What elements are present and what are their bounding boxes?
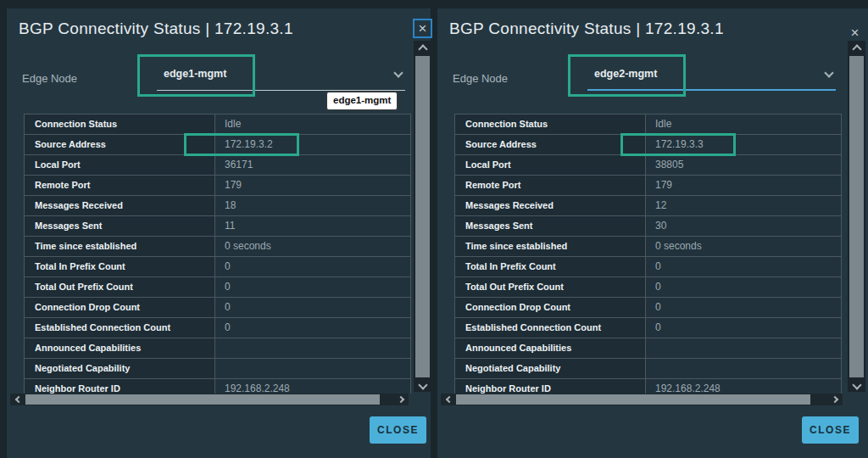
row-label-cell: Messages Received: [455, 196, 645, 215]
close-x-button[interactable]: ×: [845, 23, 865, 42]
row-value-cell: 0 seconds: [645, 237, 841, 256]
close-icon: ×: [419, 21, 427, 36]
row-value-cell: Idle: [214, 114, 410, 134]
scroll-up-icon[interactable]: [848, 41, 865, 54]
table-row: Total Out Prefix Count 0: [25, 277, 410, 298]
scroll-left-icon[interactable]: [441, 394, 454, 405]
row-label-cell: Neighbor Router ID: [455, 379, 645, 394]
dropdown-underline: [157, 90, 405, 91]
close-icon: ×: [851, 25, 860, 40]
row-label-cell: Announced Capabilities: [25, 338, 214, 358]
row-value-cell: [214, 359, 410, 378]
horizontal-scrollbar[interactable]: [441, 394, 843, 405]
row-label-cell: Time since established: [455, 237, 645, 256]
table-row: Negotiated Capability: [25, 359, 410, 379]
row-label-cell: Total In Prefix Count: [25, 257, 214, 276]
row-value-cell: 36171: [214, 155, 410, 175]
table-row: Announced Capabilities: [455, 338, 841, 359]
table-row: Total In Prefix Count 0: [25, 257, 410, 277]
row-label-cell: Source Address: [25, 135, 214, 154]
dropdown-underline: [587, 89, 836, 91]
row-label-cell: Messages Sent: [25, 216, 214, 236]
row-value-cell: 0: [645, 277, 841, 297]
table-row: Connection Drop Count 0: [455, 298, 841, 318]
row-label-cell: Messages Sent: [455, 216, 645, 236]
table-row: Messages Sent 30: [455, 216, 841, 237]
row-label-cell: Neighbor Router ID: [25, 379, 214, 394]
row-label-cell: Remote Port: [25, 176, 214, 195]
row-value-cell: 192.168.2.248: [645, 379, 841, 394]
row-value-cell: 12: [645, 196, 841, 215]
table-row: Local Port 36171: [25, 155, 410, 176]
row-value-cell: 0: [214, 298, 410, 317]
row-label-cell: Announced Capabilities: [455, 338, 645, 358]
table-row: Remote Port 179: [455, 176, 841, 196]
table-row: Source Address 172.19.3.3: [455, 135, 841, 155]
horizontal-scroll-thumb[interactable]: [25, 394, 380, 405]
edge-node-value: edge1-mgmt: [164, 68, 226, 80]
row-value-cell: 172.19.3.3: [645, 135, 841, 154]
row-value-cell: 179: [645, 176, 841, 195]
row-label-cell: Local Port: [25, 155, 214, 175]
scroll-left-icon[interactable]: [10, 394, 24, 405]
bgp-status-table: Connection Status Idle Source Address 17…: [24, 114, 411, 394]
row-value-cell: 0: [214, 257, 410, 276]
row-value-cell: [645, 359, 841, 378]
row-label-cell: Local Port: [455, 155, 645, 175]
scroll-right-icon[interactable]: [829, 394, 843, 405]
row-value-cell: 0: [645, 257, 841, 276]
scroll-up-icon[interactable]: [414, 41, 431, 54]
row-label-cell: Remote Port: [455, 176, 645, 195]
close-button[interactable]: CLOSE: [370, 416, 426, 444]
chevron-down-icon: [824, 68, 833, 77]
table-row: Messages Received 12: [455, 196, 841, 216]
row-value-cell: [214, 338, 410, 358]
row-value-cell: 18: [214, 196, 410, 215]
scroll-right-icon[interactable]: [395, 394, 409, 405]
table-row: Local Port 38805: [455, 155, 841, 176]
table-row: Announced Capabilities: [25, 338, 410, 359]
edge-node-value: edge2-mgmt: [594, 68, 657, 80]
table-row: Total In Prefix Count 0: [455, 257, 841, 277]
vertical-scrollbar[interactable]: [848, 41, 865, 392]
table-row: Remote Port 179: [25, 176, 410, 196]
row-value-cell: 179: [214, 176, 410, 195]
table-row: Connection Status Idle: [25, 114, 410, 135]
row-label-cell: Messages Received: [25, 196, 214, 215]
horizontal-scroll-thumb[interactable]: [456, 394, 810, 405]
edge-node-dropdown[interactable]: edge2-mgmt: [587, 64, 836, 85]
bgp-status-dialog-left: BGP Connectivity Status | 172.19.3.1 × E…: [7, 8, 431, 458]
bgp-status-dialog-right: BGP Connectivity Status | 172.19.3.1 × E…: [437, 8, 868, 458]
row-label-cell: Connection Drop Count: [25, 298, 214, 317]
vertical-scrollbar[interactable]: [414, 41, 431, 392]
vertical-scroll-thumb[interactable]: [415, 56, 430, 377]
scroll-down-icon[interactable]: [848, 380, 865, 392]
edge-node-dropdown[interactable]: edge1-mgmt: [157, 64, 405, 85]
row-value-cell: 0: [645, 298, 841, 317]
row-value-cell: 0: [645, 318, 841, 338]
table-row: Negotiated Capability: [455, 359, 841, 379]
row-value-cell: 38805: [645, 155, 841, 175]
table-row: Source Address 172.19.3.2: [25, 135, 410, 155]
table-row: Messages Sent 11: [25, 216, 410, 237]
row-label-cell: Connection Status: [25, 114, 214, 134]
row-value-cell: Idle: [645, 114, 841, 134]
row-value-cell: 172.19.3.2: [214, 135, 410, 154]
row-value-cell: 0 seconds: [214, 237, 410, 256]
scroll-down-icon[interactable]: [414, 380, 431, 392]
table-row: Connection Status Idle: [455, 114, 841, 135]
dialog-title: BGP Connectivity Status | 172.19.3.1: [449, 20, 724, 40]
row-value-cell: 0: [214, 318, 410, 338]
chevron-down-icon: [393, 68, 403, 77]
row-label-cell: Negotiated Capability: [455, 359, 645, 378]
horizontal-scrollbar[interactable]: [10, 394, 409, 405]
table-row: Time since established 0 seconds: [455, 237, 841, 257]
tooltip: edge1-mgmt: [326, 92, 398, 110]
vertical-scroll-thumb[interactable]: [849, 56, 864, 377]
edge-node-label: Edge Node: [453, 72, 508, 85]
close-x-button[interactable]: ×: [413, 19, 432, 38]
close-button[interactable]: CLOSE: [802, 416, 859, 444]
row-value-cell: 30: [645, 216, 841, 236]
row-value-cell: 192.168.2.248: [214, 379, 410, 394]
row-label-cell: Time since established: [25, 237, 214, 256]
